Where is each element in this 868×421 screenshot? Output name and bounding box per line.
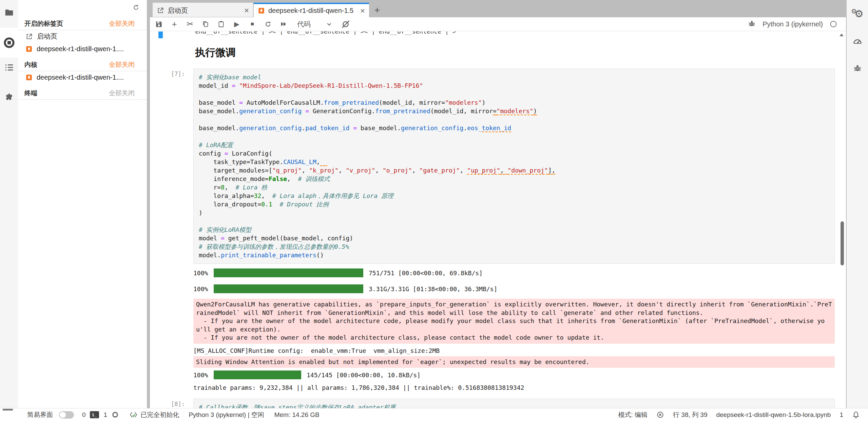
cut-cells-icon[interactable]: ✂ bbox=[186, 20, 194, 28]
left-activity-bar bbox=[0, 0, 18, 408]
section-title: 内核 bbox=[24, 60, 37, 69]
resource-usage-gauge-icon[interactable] bbox=[847, 34, 868, 48]
debugger-bug-icon[interactable] bbox=[748, 20, 756, 29]
main-area: 启动页×deepseek-r1-distill-qwen-1.5×+ + ✂ ▶… bbox=[150, 0, 846, 408]
session-item-label: 启动页 bbox=[37, 32, 57, 41]
running-sessions-icon[interactable] bbox=[0, 28, 18, 58]
insert-cell-icon[interactable]: + bbox=[170, 20, 178, 28]
code-line: lora_dropout=0.1 # Dropout 比例 bbox=[199, 200, 834, 208]
progress-output: 100%145/145 [00:00<00:00, 10.8kB/s] bbox=[193, 370, 835, 379]
session-item-label: deepseek-r1-distill-qwen-1.... bbox=[37, 74, 124, 81]
progress-bar bbox=[214, 370, 301, 379]
diagnostics-circle-x-icon[interactable] bbox=[656, 411, 664, 419]
code-line: # 实例化base model bbox=[199, 73, 834, 81]
cell-type-dropdown[interactable]: 代码 bbox=[297, 20, 332, 29]
scrollbar-thumb[interactable] bbox=[841, 221, 844, 265]
toggle-knob bbox=[60, 412, 66, 418]
extensions-icon[interactable] bbox=[0, 91, 18, 104]
property-inspector-gears-icon[interactable]: ⚙⚙ bbox=[847, 5, 868, 22]
tab-deepseek-r1-distill-qwen-1.5[interactable]: deepseek-r1-distill-qwen-1.5× bbox=[254, 3, 369, 17]
code-line: lora_alpha=32, # Lora alaph，具体作用参见 Lora … bbox=[199, 192, 834, 200]
sidebar-resize-handle[interactable] bbox=[147, 0, 150, 408]
tab-label: deepseek-r1-distill-qwen-1.5 bbox=[268, 7, 357, 15]
code-line: config = LoraConfig( bbox=[199, 149, 834, 158]
chevron-down-icon bbox=[326, 21, 332, 27]
paste-cells-icon[interactable] bbox=[217, 20, 225, 28]
close-all-link[interactable]: 全部关闭 bbox=[109, 60, 135, 69]
code-line: inference_mode=False, # 训练模式 bbox=[199, 175, 834, 183]
code-line: base_model = AutoModelForCausalLM.from_p… bbox=[199, 98, 834, 107]
code-line bbox=[199, 217, 834, 225]
interrupt-kernel-icon[interactable]: ■ bbox=[248, 20, 256, 28]
save-icon[interactable] bbox=[155, 20, 163, 28]
stdout-output: [MS_ALLOC_CONF]Runtime config: enable_vm… bbox=[193, 346, 835, 355]
terminals-count: 0 bbox=[82, 411, 86, 419]
cursor-position[interactable]: 行 38, 列 39 bbox=[673, 410, 707, 419]
kernel-chip-icon[interactable] bbox=[111, 411, 119, 419]
editor-mode[interactable]: 模式: 编辑 bbox=[618, 410, 648, 419]
copy-cells-icon[interactable] bbox=[201, 20, 210, 28]
progress-percent: 100% bbox=[193, 372, 209, 379]
close-all-link: 全部关闭 bbox=[109, 89, 135, 98]
run-cell-icon[interactable]: ▶ bbox=[233, 20, 241, 28]
file-browser-icon[interactable] bbox=[0, 6, 18, 19]
sidebar-section: 内核全部关闭deepseek-r1-distill-qwen-1.... bbox=[18, 59, 147, 84]
notebook-icon bbox=[25, 45, 33, 53]
code-line: # 获取模型参与训练的参数，发现仅占总参数量的0.5% bbox=[199, 242, 834, 251]
stdout-output: trainable params: 9,232,384 || all param… bbox=[193, 383, 835, 392]
debugger-bug-icon[interactable] bbox=[847, 61, 868, 75]
jupyterlab-window: 开启的标签页全部关闭启动页deepseek-r1-distill-qwen-1.… bbox=[0, 0, 868, 421]
session-item[interactable]: deepseek-r1-distill-qwen-1.... bbox=[18, 71, 147, 84]
code-line: ) bbox=[199, 208, 834, 217]
sidebar-section: 开启的标签页全部关闭启动页deepseek-r1-distill-qwen-1.… bbox=[18, 18, 147, 55]
lsp-status-text[interactable]: 已完全初始化 bbox=[140, 410, 179, 419]
section-title: 终端 bbox=[24, 89, 37, 98]
code-cell-7[interactable]: [7]: # 实例化base modelmodel_id = "MindSpor… bbox=[150, 68, 846, 264]
simple-interface-toggle[interactable] bbox=[59, 411, 74, 419]
cell-8-editor[interactable]: # Callback函数，随save_steps定义的步数保存LoRA adap… bbox=[193, 399, 835, 408]
session-item-label: deepseek-r1-distill-qwen-1.... bbox=[37, 45, 124, 53]
memory-usage: Mem: 14.26 GB bbox=[274, 411, 320, 419]
stderr-output: Qwen2ForCausalLM has generative capabili… bbox=[193, 299, 835, 344]
clipped-output-line: end__of__sentence | >< | end__of__senten… bbox=[195, 32, 456, 35]
openmind-sync-icon[interactable] bbox=[342, 20, 350, 28]
code-line bbox=[199, 132, 834, 141]
terminal-icon[interactable]: $_ bbox=[90, 411, 99, 418]
cell-7-editor[interactable]: # 实例化base modelmodel_id = "MindSpore-Lab… bbox=[193, 68, 835, 264]
close-icon[interactable]: × bbox=[244, 6, 249, 15]
launcher-icon bbox=[25, 33, 33, 40]
progress-label: 3.31G/3.31G [01:38<00:00, 36.3MB/s] bbox=[369, 285, 497, 293]
bell-icon[interactable] bbox=[852, 411, 860, 419]
progress-percent: 100% bbox=[193, 269, 209, 277]
table-of-contents-icon[interactable] bbox=[0, 61, 18, 74]
code-cell-8[interactable]: [8]: # Callback函数，随save_steps定义的步数保存LoRA… bbox=[150, 399, 846, 408]
code-line: # Callback函数，随save_steps定义的步数保存LoRA adap… bbox=[199, 403, 834, 408]
tab-启动页[interactable]: 启动页× bbox=[153, 3, 253, 17]
launcher-icon bbox=[157, 7, 164, 14]
scrollbar-up-arrow[interactable] bbox=[840, 34, 844, 36]
tab-label: 启动页 bbox=[168, 6, 241, 15]
progress-bar bbox=[214, 284, 363, 293]
lsp-status-icon[interactable] bbox=[129, 410, 138, 419]
code-line: target_modules=["q_proj", "k_proj", "v_p… bbox=[199, 166, 834, 175]
kernel-state[interactable]: Python 3 (ipykernel) | 空闲 bbox=[189, 410, 264, 419]
session-item[interactable]: 启动页 bbox=[18, 30, 147, 43]
code-line: base_model.generation_config = Generatio… bbox=[199, 107, 834, 115]
session-item[interactable]: deepseek-r1-distill-qwen-1.... bbox=[18, 43, 147, 55]
simple-interface-label: 简易界面 bbox=[27, 410, 53, 419]
code-line: # 实例化LoRA模型 bbox=[199, 225, 834, 234]
restart-kernel-icon[interactable] bbox=[264, 20, 272, 28]
active-cell-indicator bbox=[158, 32, 163, 38]
close-all-link[interactable]: 全部关闭 bbox=[109, 19, 135, 28]
refresh-icon[interactable] bbox=[133, 4, 139, 12]
cell-prompt: [8]: bbox=[150, 399, 193, 408]
notification-count: 1 bbox=[840, 411, 843, 419]
progress-bar bbox=[214, 268, 363, 277]
close-icon[interactable]: × bbox=[360, 7, 365, 15]
new-tab-button[interactable]: + bbox=[370, 3, 385, 17]
kernel-status-icon[interactable] bbox=[830, 20, 837, 28]
kernel-name[interactable]: Python 3 (ipykernel) bbox=[763, 20, 823, 28]
sidebar-scroll-remnant bbox=[3, 409, 13, 410]
restart-run-all-icon[interactable] bbox=[279, 20, 288, 28]
status-bar-right: 模式: 编辑 行 38, 列 39 deepseek-r1-distill-qw… bbox=[618, 410, 868, 419]
